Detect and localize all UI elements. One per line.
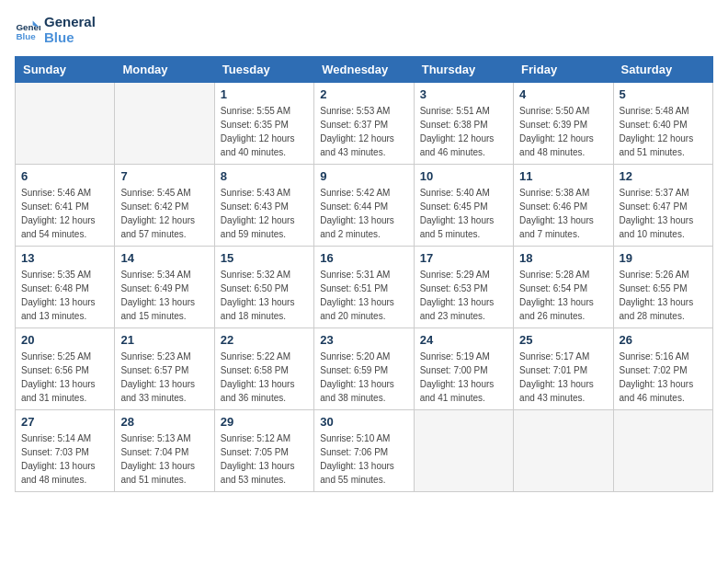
calendar-cell: 17Sunrise: 5:29 AM Sunset: 6:53 PM Dayli… (414, 247, 513, 328)
week-row-2: 6Sunrise: 5:46 AM Sunset: 6:41 PM Daylig… (16, 165, 713, 247)
day-info: Sunrise: 5:42 AM Sunset: 6:44 PM Dayligh… (320, 186, 407, 241)
calendar-cell: 4Sunrise: 5:50 AM Sunset: 6:39 PM Daylig… (514, 83, 613, 165)
day-info: Sunrise: 5:43 AM Sunset: 6:43 PM Dayligh… (221, 186, 308, 241)
calendar-cell: 24Sunrise: 5:19 AM Sunset: 7:00 PM Dayli… (414, 328, 513, 410)
day-info: Sunrise: 5:55 AM Sunset: 6:35 PM Dayligh… (221, 104, 308, 159)
calendar-cell: 19Sunrise: 5:26 AM Sunset: 6:55 PM Dayli… (613, 247, 712, 328)
calendar-cell (613, 410, 712, 492)
weekday-header-thursday: Thursday (414, 57, 513, 83)
weekday-header-saturday: Saturday (613, 57, 712, 83)
weekday-header-sunday: Sunday (16, 57, 115, 83)
calendar-cell: 18Sunrise: 5:28 AM Sunset: 6:54 PM Dayli… (514, 247, 613, 328)
svg-text:Blue: Blue (16, 30, 36, 40)
week-row-4: 20Sunrise: 5:25 AM Sunset: 6:56 PM Dayli… (16, 328, 713, 410)
day-info: Sunrise: 5:34 AM Sunset: 6:49 PM Dayligh… (120, 268, 208, 323)
calendar-cell: 6Sunrise: 5:46 AM Sunset: 6:41 PM Daylig… (16, 165, 115, 247)
calendar-cell (115, 83, 214, 165)
calendar-cell: 5Sunrise: 5:48 AM Sunset: 6:40 PM Daylig… (613, 83, 712, 165)
day-info: Sunrise: 5:31 AM Sunset: 6:51 PM Dayligh… (320, 268, 407, 323)
day-info: Sunrise: 5:13 AM Sunset: 7:04 PM Dayligh… (120, 431, 208, 487)
day-number: 23 (320, 333, 407, 347)
week-row-1: 1Sunrise: 5:55 AM Sunset: 6:35 PM Daylig… (16, 83, 713, 165)
calendar-cell: 8Sunrise: 5:43 AM Sunset: 6:43 PM Daylig… (214, 165, 313, 247)
calendar-cell: 1Sunrise: 5:55 AM Sunset: 6:35 PM Daylig… (214, 83, 313, 165)
day-number: 26 (620, 333, 707, 347)
calendar-cell: 28Sunrise: 5:13 AM Sunset: 7:04 PM Dayli… (115, 410, 214, 492)
day-number: 3 (420, 87, 507, 101)
weekday-header-monday: Monday (115, 57, 214, 83)
day-info: Sunrise: 5:23 AM Sunset: 6:57 PM Dayligh… (120, 350, 208, 405)
day-number: 15 (221, 251, 308, 265)
day-info: Sunrise: 5:53 AM Sunset: 6:37 PM Dayligh… (320, 104, 407, 159)
day-info: Sunrise: 5:20 AM Sunset: 6:59 PM Dayligh… (320, 350, 407, 405)
calendar-cell: 12Sunrise: 5:37 AM Sunset: 6:47 PM Dayli… (613, 165, 712, 247)
calendar-cell: 25Sunrise: 5:17 AM Sunset: 7:01 PM Dayli… (514, 328, 613, 410)
day-number: 10 (420, 169, 507, 183)
logo-text-blue: Blue (44, 30, 96, 46)
day-info: Sunrise: 5:51 AM Sunset: 6:38 PM Dayligh… (420, 104, 507, 159)
day-info: Sunrise: 5:29 AM Sunset: 6:53 PM Dayligh… (420, 268, 507, 323)
day-info: Sunrise: 5:10 AM Sunset: 7:06 PM Dayligh… (320, 431, 407, 487)
calendar-cell: 23Sunrise: 5:20 AM Sunset: 6:59 PM Dayli… (314, 328, 414, 410)
day-number: 14 (120, 251, 208, 265)
day-info: Sunrise: 5:35 AM Sunset: 6:48 PM Dayligh… (21, 268, 108, 323)
calendar-cell: 26Sunrise: 5:16 AM Sunset: 7:02 PM Dayli… (613, 328, 712, 410)
weekday-header-tuesday: Tuesday (214, 57, 313, 83)
day-info: Sunrise: 5:26 AM Sunset: 6:55 PM Dayligh… (620, 268, 707, 323)
day-number: 21 (120, 333, 208, 347)
calendar-table: SundayMondayTuesdayWednesdayThursdayFrid… (15, 56, 713, 492)
calendar-cell: 14Sunrise: 5:34 AM Sunset: 6:49 PM Dayli… (115, 247, 214, 328)
calendar-cell: 13Sunrise: 5:35 AM Sunset: 6:48 PM Dayli… (16, 247, 115, 328)
day-info: Sunrise: 5:22 AM Sunset: 6:58 PM Dayligh… (221, 350, 308, 405)
day-info: Sunrise: 5:32 AM Sunset: 6:50 PM Dayligh… (221, 268, 308, 323)
calendar-cell: 29Sunrise: 5:12 AM Sunset: 7:05 PM Dayli… (214, 410, 313, 492)
day-number: 8 (221, 169, 308, 183)
weekday-header-row: SundayMondayTuesdayWednesdayThursdayFrid… (16, 57, 713, 83)
weekday-header-wednesday: Wednesday (314, 57, 414, 83)
day-info: Sunrise: 5:40 AM Sunset: 6:45 PM Dayligh… (420, 186, 507, 241)
day-number: 22 (221, 333, 308, 347)
calendar-cell: 7Sunrise: 5:45 AM Sunset: 6:42 PM Daylig… (115, 165, 214, 247)
day-number: 28 (120, 415, 208, 429)
calendar-cell: 16Sunrise: 5:31 AM Sunset: 6:51 PM Dayli… (314, 247, 414, 328)
day-info: Sunrise: 5:37 AM Sunset: 6:47 PM Dayligh… (620, 186, 707, 241)
day-number: 27 (21, 415, 108, 429)
day-number: 11 (519, 169, 607, 183)
day-number: 18 (519, 251, 607, 265)
header: General Blue General Blue (15, 15, 713, 45)
day-number: 5 (620, 87, 707, 101)
day-number: 24 (420, 333, 507, 347)
day-info: Sunrise: 5:17 AM Sunset: 7:01 PM Dayligh… (519, 350, 607, 405)
calendar-cell: 22Sunrise: 5:22 AM Sunset: 6:58 PM Dayli… (214, 328, 313, 410)
day-info: Sunrise: 5:12 AM Sunset: 7:05 PM Dayligh… (221, 431, 308, 487)
week-row-3: 13Sunrise: 5:35 AM Sunset: 6:48 PM Dayli… (16, 247, 713, 328)
day-number: 30 (320, 415, 407, 429)
day-info: Sunrise: 5:50 AM Sunset: 6:39 PM Dayligh… (519, 104, 607, 159)
calendar-cell: 3Sunrise: 5:51 AM Sunset: 6:38 PM Daylig… (414, 83, 513, 165)
day-number: 2 (320, 87, 407, 101)
day-number: 20 (21, 333, 108, 347)
day-number: 1 (221, 87, 308, 101)
day-info: Sunrise: 5:25 AM Sunset: 6:56 PM Dayligh… (21, 350, 108, 405)
calendar-cell: 9Sunrise: 5:42 AM Sunset: 6:44 PM Daylig… (314, 165, 414, 247)
weekday-header-friday: Friday (514, 57, 613, 83)
logo: General Blue General Blue (15, 15, 96, 45)
day-number: 29 (221, 415, 308, 429)
day-number: 13 (21, 251, 108, 265)
calendar-cell (414, 410, 513, 492)
day-info: Sunrise: 5:19 AM Sunset: 7:00 PM Dayligh… (420, 350, 507, 405)
calendar-cell (514, 410, 613, 492)
calendar-cell: 15Sunrise: 5:32 AM Sunset: 6:50 PM Dayli… (214, 247, 313, 328)
calendar-cell: 27Sunrise: 5:14 AM Sunset: 7:03 PM Dayli… (16, 410, 115, 492)
calendar-cell: 2Sunrise: 5:53 AM Sunset: 6:37 PM Daylig… (314, 83, 414, 165)
day-number: 12 (620, 169, 707, 183)
logo-icon: General Blue (15, 17, 40, 43)
calendar-cell: 21Sunrise: 5:23 AM Sunset: 6:57 PM Dayli… (115, 328, 214, 410)
calendar-cell: 20Sunrise: 5:25 AM Sunset: 6:56 PM Dayli… (16, 328, 115, 410)
logo-text-general: General (44, 15, 96, 30)
calendar-cell: 30Sunrise: 5:10 AM Sunset: 7:06 PM Dayli… (314, 410, 414, 492)
day-number: 16 (320, 251, 407, 265)
day-number: 6 (21, 169, 108, 183)
day-number: 19 (620, 251, 707, 265)
day-number: 17 (420, 251, 507, 265)
